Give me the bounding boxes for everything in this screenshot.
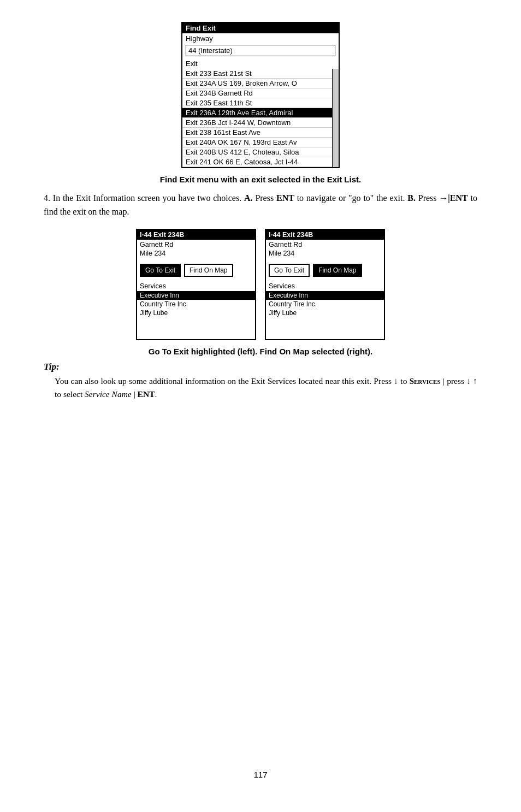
right-go-to-exit-button[interactable]: Go To Exit: [269, 264, 310, 277]
find-exit-panel: Find Exit Highway 44 (Interstate) Exit E…: [181, 22, 340, 168]
left-services-label: Services: [137, 281, 255, 291]
right-panel-road: Garnett Rd: [266, 240, 384, 250]
choice-a: A.: [244, 193, 253, 203]
services-smallcaps: Services: [410, 377, 441, 386]
exit-list-item[interactable]: Exit 233 East 21st St: [182, 69, 332, 79]
tip-section: Tip: You can also look up some additiona…: [44, 361, 477, 401]
service-item: Executive Inn: [266, 291, 384, 300]
exit-list-item[interactable]: Exit 235 East 11th St: [182, 98, 332, 108]
left-panel-title: I-44 Exit 234B: [137, 230, 255, 240]
exit-list-item[interactable]: Exit 234A US 169, Broken Arrow, O: [182, 79, 332, 88]
exit-list-item[interactable]: Exit 240A OK 167 N, 193rd East Av: [182, 138, 332, 147]
exit-list-item[interactable]: Exit 241 OK 66 E, Catoosa, Jct I-44: [182, 157, 332, 167]
find-exit-screenshot: Find Exit Highway 44 (Interstate) Exit E…: [181, 22, 340, 168]
left-go-to-exit-button[interactable]: Go To Exit: [140, 264, 181, 277]
service-item: Executive Inn: [137, 291, 255, 300]
service-name-italic: Service Name: [85, 389, 132, 399]
left-find-on-map-button[interactable]: Find On Map: [184, 264, 233, 277]
ent-label-1: ENT: [276, 193, 294, 203]
right-services-list: Executive InnCountry Tire Inc.Jiffy Lube: [266, 291, 384, 317]
highway-value: 44 (Interstate): [186, 45, 335, 56]
left-exit-panel: I-44 Exit 234B Garnett Rd Mile 234 Go To…: [136, 229, 256, 340]
right-find-on-map-button[interactable]: Find On Map: [313, 264, 362, 277]
exit-list-item[interactable]: Exit 234B Garnett Rd: [182, 88, 332, 98]
exit-label: Exit: [182, 58, 339, 69]
screenshots-row: I-44 Exit 234B Garnett Rd Mile 234 Go To…: [136, 229, 385, 340]
service-item: Country Tire Inc.: [266, 300, 384, 309]
service-item: Jiffy Lube: [137, 309, 255, 317]
exit-list: Exit 233 East 21st StExit 234A US 169, B…: [182, 69, 339, 167]
find-exit-title: Find Exit: [182, 23, 339, 33]
exit-list-container: Exit 233 East 21st StExit 234A US 169, B…: [182, 69, 339, 167]
left-panel-spacer: [137, 317, 255, 339]
left-services-list: Executive InnCountry Tire Inc.Jiffy Lube: [137, 291, 255, 317]
down-arrow-1: ↓: [394, 376, 398, 386]
up-arrow: ↑: [473, 376, 477, 386]
right-panel-spacer: [266, 317, 384, 339]
caption-bottom: Go To Exit highlighted (left). Find On M…: [149, 347, 373, 356]
right-panel-mile: Mile 234: [266, 250, 384, 262]
right-services-label: Services: [266, 281, 384, 291]
arrow-ent-label: →|ENT: [439, 193, 467, 203]
down-arrow-2: ↓: [466, 376, 471, 386]
service-item: Country Tire Inc.: [137, 300, 255, 309]
ent-label-2: ENT: [138, 389, 155, 399]
scrollbar: [332, 69, 339, 167]
right-exit-panel: I-44 Exit 234B Garnett Rd Mile 234 Go To…: [265, 229, 385, 340]
body-text: 4. In the Exit Information screen you ha…: [44, 192, 477, 219]
right-panel-buttons: Go To Exit Find On Map: [266, 262, 384, 279]
page-number: 117: [253, 748, 267, 779]
service-item: Jiffy Lube: [266, 309, 384, 317]
exit-list-item[interactable]: Exit 240B US 412 E, Choteau, Siloa: [182, 147, 332, 157]
page: Find Exit Highway 44 (Interstate) Exit E…: [0, 0, 521, 812]
choice-b: B.: [407, 193, 416, 203]
left-panel-road: Garnett Rd: [137, 240, 255, 250]
caption-top: Find Exit menu with an exit selected in …: [160, 175, 361, 184]
left-panel-buttons: Go To Exit Find On Map: [137, 262, 255, 279]
tip-body: You can also look up some additional inf…: [44, 375, 477, 401]
highway-label: Highway: [182, 33, 339, 44]
left-panel-mile: Mile 234: [137, 250, 255, 262]
exit-list-item[interactable]: Exit 236B Jct I-244 W, Downtown: [182, 118, 332, 128]
tip-title: Tip:: [44, 361, 477, 372]
right-panel-title: I-44 Exit 234B: [266, 230, 384, 240]
exit-list-item[interactable]: Exit 236A 129th Ave East, Admiral: [182, 108, 332, 118]
exit-list-item[interactable]: Exit 238 161st East Ave: [182, 128, 332, 138]
